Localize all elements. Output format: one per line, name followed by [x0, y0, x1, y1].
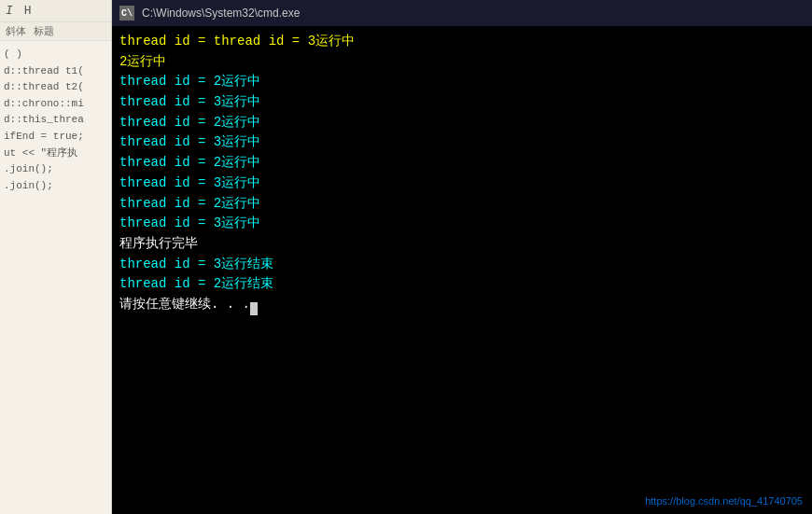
cmd-window: C\ C:\Windows\System32\cmd.exe thread id… — [112, 0, 812, 514]
cmd-icon-symbol: C\ — [121, 8, 133, 19]
code-line-5: ifEnd = true; — [4, 129, 107, 146]
cmd-title-text: C:\Windows\System32\cmd.exe — [142, 7, 300, 20]
toolbar-italic[interactable]: I — [6, 4, 13, 18]
cmd-cursor — [250, 302, 258, 315]
cmd-icon: C\ — [119, 6, 134, 21]
sidebar-panel: I H 斜体 标题 ( ) d::thread t1( d::thread t2… — [0, 0, 112, 514]
cmd-footer: https://blog.csdn.net/qq_41740705 — [645, 495, 803, 507]
toolbar-label-italic: 斜体 — [6, 24, 26, 38]
code-editor-preview: ( ) d::thread t1( d::thread t2( d::chron… — [0, 41, 111, 200]
cmd-line-9: thread id = 3运行中 — [119, 214, 805, 234]
sidebar-toolbar: I H — [0, 0, 111, 22]
toolbar-label-heading: 标题 — [34, 24, 54, 38]
cmd-output: thread id = thread id = 3运行中2运行中thread i… — [119, 32, 805, 315]
cmd-line-12: thread id = 2运行结束 — [119, 274, 805, 295]
cmd-line-11: thread id = 3运行结束 — [119, 255, 805, 275]
cmd-line-1: 2运行中 — [119, 52, 805, 73]
cmd-line-8: thread id = 2运行中 — [119, 194, 805, 215]
code-line-8: .join(); — [4, 178, 107, 195]
cmd-line-3: thread id = 3运行中 — [119, 92, 805, 113]
cmd-line-7: thread id = 3运行中 — [119, 174, 805, 194]
code-line-6: ut << "程序执 — [4, 146, 107, 162]
cmd-line-5: thread id = 3运行中 — [119, 132, 805, 153]
code-line-3: d::chrono::mi — [4, 96, 107, 113]
code-line-4: d::this_threa — [4, 112, 107, 129]
code-line-1: d::thread t1( — [4, 63, 107, 80]
cmd-line-10: 程序执行完毕 — [119, 234, 805, 255]
code-line-2: d::thread t2( — [4, 79, 107, 96]
cmd-line-13: 请按任意键继续. . . — [119, 295, 805, 315]
code-line-0: ( ) — [4, 47, 107, 63]
toolbar-heading[interactable]: H — [24, 4, 32, 18]
cmd-line-4: thread id = 2运行中 — [119, 113, 805, 133]
code-line-7: .join(); — [4, 161, 107, 178]
cmd-line-2: thread id = 2运行中 — [119, 72, 805, 92]
cmd-line-0: thread id = thread id = 3运行中 — [119, 32, 805, 52]
cmd-body[interactable]: thread id = thread id = 3运行中2运行中thread i… — [112, 26, 812, 514]
cmd-line-6: thread id = 2运行中 — [119, 153, 805, 174]
cmd-titlebar: C\ C:\Windows\System32\cmd.exe — [112, 0, 812, 26]
